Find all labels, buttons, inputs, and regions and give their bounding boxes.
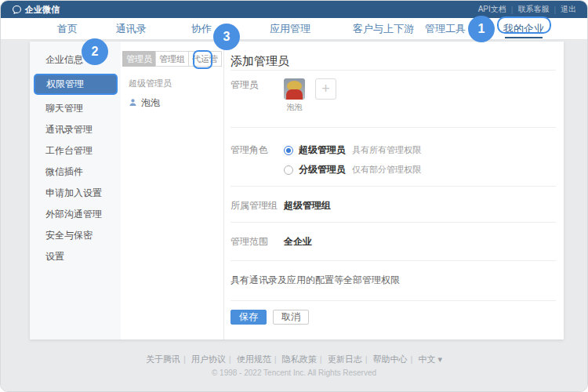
annotation-step-1: 1 xyxy=(468,16,495,42)
copyright: © 1998 - 2022 Tencent Inc. All Rights Re… xyxy=(1,368,587,377)
footer-link-help[interactable]: 帮助中心 xyxy=(373,354,408,364)
logout-link[interactable]: 退出 xyxy=(561,4,576,15)
nav-item-contacts[interactable]: 通讯录 xyxy=(116,18,147,40)
footer-link-terms[interactable]: 用户协议 xyxy=(191,354,226,364)
admin-field-row: 管理员 泡泡 + xyxy=(230,78,556,113)
nav-item-home[interactable]: 首页 xyxy=(57,18,78,40)
scope-field-label: 管理范围 xyxy=(230,235,284,248)
person-icon xyxy=(129,98,137,109)
tab-admins[interactable]: 管理员 xyxy=(122,51,156,67)
content-card: 企业信息 权限管理 聊天管理 通讯录管理 工作台管理 微信插件 申请加入设置 外… xyxy=(30,42,564,339)
divider: | xyxy=(229,354,231,364)
divider: | xyxy=(411,354,413,364)
sidebar-item-permissions[interactable]: 权限管理 xyxy=(34,74,118,95)
app-window: 企业微信 API文档 | 联系客服 | 退出 首页 通讯录 协作 应用管理 客户… xyxy=(0,0,588,392)
save-button[interactable]: 保存 xyxy=(230,310,267,325)
annotation-step-2: 2 xyxy=(82,38,108,65)
avatar-name: 泡泡 xyxy=(284,102,305,113)
footer-link-changelog[interactable]: 更新日志 xyxy=(328,354,362,364)
main-nav: 首页 通讯录 协作 应用管理 客户与上下游 管理工具 我的企业 xyxy=(1,18,587,40)
admin-field-label: 管理员 xyxy=(230,78,284,113)
nav-item-customers[interactable]: 客户与上下游 xyxy=(353,18,414,40)
sidebar-item-settings[interactable]: 设置 xyxy=(30,246,121,267)
role-option-super[interactable]: 超级管理员 具有所有管理权限 xyxy=(284,143,421,157)
settings-sidebar: 企业信息 权限管理 聊天管理 通讯录管理 工作台管理 微信插件 申请加入设置 外… xyxy=(30,42,121,339)
divider: | xyxy=(183,354,186,364)
cancel-button[interactable]: 取消 xyxy=(273,310,309,325)
footer: 关于腾讯| 用户协议| 使用规范| 隐私政策| 更新日志| 帮助中心| 中文 ▾… xyxy=(1,354,587,377)
wework-logo-icon xyxy=(12,5,22,15)
admin-member-name: 泡泡 xyxy=(141,96,160,110)
language-selector[interactable]: 中文 ▾ xyxy=(418,354,442,364)
selected-admin: 泡泡 xyxy=(284,78,307,113)
divider: | xyxy=(320,354,322,364)
add-admin-form: 添加管理员 管理员 泡泡 + xyxy=(224,42,564,339)
tab-groups[interactable]: 管理组 xyxy=(155,51,189,67)
divider: | xyxy=(511,5,514,14)
divider xyxy=(230,70,556,71)
nav-item-label: 我的企业 xyxy=(503,23,544,34)
sidebar-item-join-settings[interactable]: 申请加入设置 xyxy=(30,183,121,204)
permissions-note: 具有通讯录及应用的配置等全部管理权限 xyxy=(230,274,556,285)
radio-selected-icon[interactable] xyxy=(284,146,293,155)
admin-list-panel: 管理员 管理组 代运营 + 超级管理员 泡泡 xyxy=(121,42,224,339)
divider: | xyxy=(274,354,277,364)
footer-link-about[interactable]: 关于腾讯 xyxy=(146,354,180,364)
group-field-label: 所属管理组 xyxy=(230,199,284,212)
sidebar-item-contacts-mgmt[interactable]: 通讯录管理 xyxy=(30,119,121,140)
role-field-row: 管理角色 超级管理员 具有所有管理权限 分级管理员 仅有部分管理权限 xyxy=(230,143,556,183)
scope-field-value: 全企业 xyxy=(284,235,312,248)
role-option-scoped[interactable]: 分级管理员 仅有部分管理权限 xyxy=(284,163,421,176)
divider xyxy=(230,186,556,187)
form-actions: 保存 取消 xyxy=(230,310,556,325)
role-name: 分级管理员 xyxy=(299,163,346,176)
avatar xyxy=(284,78,305,100)
nav-item-my-company[interactable]: 我的企业 xyxy=(503,18,544,40)
group-field-value: 超级管理组 xyxy=(284,199,331,212)
contact-support-link[interactable]: 联系客服 xyxy=(517,4,549,15)
footer-link-privacy[interactable]: 隐私政策 xyxy=(282,354,317,364)
footer-links: 关于腾讯| 用户协议| 使用规范| 隐私政策| 更新日志| 帮助中心| 中文 ▾ xyxy=(1,354,587,365)
sidebar-item-chat-mgmt[interactable]: 聊天管理 xyxy=(30,98,121,119)
role-field-label: 管理角色 xyxy=(230,143,284,183)
group-field-row: 所属管理组 超级管理组 xyxy=(230,199,556,212)
api-docs-link[interactable]: API文档 xyxy=(478,4,506,15)
divider xyxy=(230,260,556,261)
sidebar-item-wechat-plugin[interactable]: 微信插件 xyxy=(30,162,121,183)
nav-item-tools[interactable]: 管理工具 xyxy=(425,18,466,40)
admin-avatar-group: 泡泡 + xyxy=(284,78,336,113)
divider xyxy=(230,300,556,301)
sidebar-item-workbench-mgmt[interactable]: 工作台管理 xyxy=(30,140,121,162)
topbar: 企业微信 API文档 | 联系客服 | 退出 xyxy=(1,1,587,18)
role-desc: 仅有部分管理权限 xyxy=(352,164,421,176)
scope-field-row: 管理范围 全企业 xyxy=(230,235,556,248)
radio-unselected-icon[interactable] xyxy=(284,165,293,175)
add-member-tile-button[interactable]: + xyxy=(315,78,336,100)
brand-name: 企业微信 xyxy=(25,4,60,16)
page-body: 企业信息 权限管理 聊天管理 通讯录管理 工作台管理 微信插件 申请加入设置 外… xyxy=(1,40,587,392)
admin-list-item[interactable]: 泡泡 xyxy=(129,96,219,110)
role-options: 超级管理员 具有所有管理权限 分级管理员 仅有部分管理权限 xyxy=(284,143,421,183)
annotation-step-3: 3 xyxy=(213,24,240,50)
page-title: 添加管理员 xyxy=(230,42,556,70)
divider: | xyxy=(554,5,556,14)
spacer xyxy=(230,113,556,127)
divider: | xyxy=(365,354,368,364)
avatar-shirt-shape xyxy=(286,89,303,100)
divider xyxy=(230,222,556,223)
topbar-links: API文档 | 联系客服 | 退出 xyxy=(478,4,576,15)
divider xyxy=(230,127,556,128)
admin-group-header: 超级管理员 xyxy=(129,78,219,89)
admin-tabs: 管理员 管理组 代运营 + xyxy=(122,51,219,67)
role-name: 超级管理员 xyxy=(299,143,346,157)
nav-item-collab[interactable]: 协作 xyxy=(191,18,212,40)
nav-item-apps[interactable]: 应用管理 xyxy=(270,18,310,40)
brand: 企业微信 xyxy=(12,4,60,16)
footer-link-rules[interactable]: 使用规范 xyxy=(237,354,271,364)
sidebar-item-security[interactable]: 安全与保密 xyxy=(30,225,121,246)
sidebar-item-external-comm[interactable]: 外部沟通管理 xyxy=(30,204,121,225)
active-tab-underline xyxy=(505,37,543,38)
role-desc: 具有所有管理权限 xyxy=(352,144,421,156)
tab-agency[interactable]: 代运营 xyxy=(188,51,222,67)
